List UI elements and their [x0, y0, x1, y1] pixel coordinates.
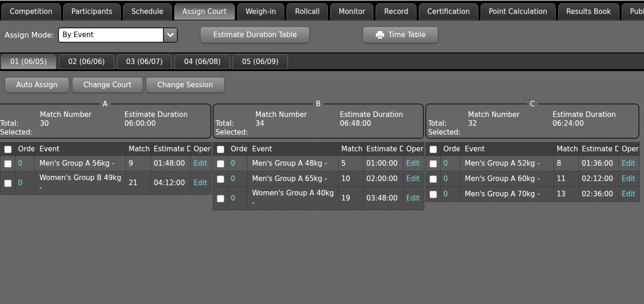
event-column-header: Event — [460, 142, 554, 156]
select-all-checkbox[interactable] — [429, 146, 437, 153]
select-all-checkbox[interactable] — [217, 146, 224, 153]
order-cell: 0 — [228, 156, 247, 171]
order-cell: 0 — [15, 156, 35, 171]
date-tab-02[interactable]: 02 (06/06) — [59, 54, 114, 69]
estimate-duration-label: Estimate Duration — [553, 110, 638, 119]
match-cell: 13 — [554, 187, 579, 202]
order-cell: 0 — [228, 187, 247, 210]
match-number-summary: Match Number 32 — [468, 110, 553, 137]
match-number-total: 30 — [40, 119, 124, 128]
order-cell: 0 — [441, 187, 460, 202]
match-cell: 5 — [338, 156, 364, 171]
event-column-header: Event — [247, 142, 338, 156]
edit-link[interactable]: Edit — [406, 175, 420, 183]
select-all-checkbox[interactable] — [4, 146, 12, 153]
toolbar: Assign Mode: By Event Estimate Duration … — [5, 26, 644, 43]
tab-assign-court[interactable]: Assign Court — [174, 3, 235, 20]
match-cell: 11 — [554, 171, 579, 187]
match-number-total: 34 — [255, 119, 340, 128]
chevron-down-icon[interactable] — [163, 28, 177, 42]
court-a-summary: A Total: Selected: Match Number 30 Estim… — [0, 103, 211, 139]
match-column-header: Match Number — [126, 142, 151, 156]
estimate-cell: 02:36:00 — [579, 187, 619, 202]
match-number-summary: Match Number 30 — [40, 110, 124, 137]
tab-record[interactable]: Record — [376, 3, 416, 20]
event-cell: Men's Group A 65kg - — [247, 171, 338, 187]
total-label: Total: — [428, 119, 468, 128]
event-cell: Men's Group A 48kg - — [247, 156, 338, 171]
tab-rollcall[interactable]: Rollcall — [286, 3, 328, 20]
table-row: 0 Women's Group A 40kg - 19 03:48:00 Edi… — [213, 187, 424, 210]
tab-participants[interactable]: Participants — [63, 3, 121, 20]
estimate-column-header: Estimate Duration — [579, 142, 619, 156]
estimate-duration-summary: Estimate Duration 06:48:00 — [340, 110, 423, 137]
courts-container: A Total: Selected: Match Number 30 Estim… — [0, 103, 644, 210]
edit-link[interactable]: Edit — [194, 159, 207, 168]
court-c-summary: C Total: Selected: Match Number 32 Estim… — [425, 103, 639, 139]
row-checkbox[interactable] — [217, 160, 224, 168]
session-date-tab-bar: 01 (06/05) 02 (06/06) 03 (06/07) 04 (06/… — [0, 52, 644, 71]
court-c-table: Order Event Match Number Estimate Durati… — [425, 142, 640, 202]
tab-schedule[interactable]: Schedule — [123, 3, 172, 20]
estimate-cell: 01:36:00 — [579, 156, 619, 171]
actions-row: Auto Assign Change Court Change Session — [5, 77, 644, 93]
date-tab-01[interactable]: 01 (06/05) — [1, 54, 56, 69]
row-checkbox[interactable] — [429, 160, 437, 168]
match-column-header: Match Number — [338, 142, 364, 156]
estimate-cell: 04:12:00 — [151, 171, 191, 195]
main-tab-bar: Competition Participants Schedule Assign… — [0, 0, 644, 20]
assign-mode-label: Assign Mode: — [5, 31, 54, 39]
match-number-summary: Match Number 34 — [255, 110, 340, 137]
oper-column-header: Operation — [191, 142, 212, 156]
assign-mode-select[interactable]: By Event — [58, 27, 178, 43]
change-court-button[interactable]: Change Court — [72, 77, 143, 93]
date-tab-05[interactable]: 05 (06/09) — [233, 54, 288, 69]
tab-weigh-in[interactable]: Weigh-in — [237, 3, 284, 20]
edit-link[interactable]: Edit — [622, 175, 635, 183]
time-table-button[interactable]: Time Table — [363, 26, 438, 43]
table-row: 0 Men's Group A 70kg - 13 02:36:00 Edit — [426, 187, 640, 202]
estimate-duration-label: Estimate Duration — [124, 110, 210, 119]
edit-link[interactable]: Edit — [194, 179, 207, 187]
edit-link[interactable]: Edit — [622, 159, 635, 168]
estimate-duration-total: 06:24:00 — [553, 119, 638, 128]
edit-link[interactable]: Edit — [406, 159, 420, 168]
table-row: 0 Women's Group B 49kg - 21 04:12:00 Edi… — [0, 171, 212, 195]
oper-column-header: Operation — [619, 142, 640, 156]
court-a-table: Order Event Match Number Estimate Durati… — [0, 142, 212, 195]
selected-label: Selected: — [215, 128, 255, 137]
row-checkbox[interactable] — [429, 175, 437, 183]
tab-certification[interactable]: Certification — [419, 3, 478, 20]
row-checkbox[interactable] — [217, 175, 224, 183]
auto-assign-button[interactable]: Auto Assign — [5, 77, 69, 93]
row-checkbox[interactable] — [4, 180, 12, 187]
court-panel-c: C Total: Selected: Match Number 32 Estim… — [425, 103, 639, 210]
tab-competition[interactable]: Competition — [1, 3, 61, 20]
edit-link[interactable]: Edit — [406, 194, 420, 202]
row-checkbox[interactable] — [217, 195, 224, 202]
estimate-duration-table-button[interactable]: Estimate Duration Table — [200, 26, 310, 43]
date-tab-03[interactable]: 03 (06/07) — [117, 54, 172, 69]
tab-point-calculation[interactable]: Point Calculation — [481, 3, 556, 20]
date-tab-04[interactable]: 04 (06/08) — [175, 54, 230, 69]
tab-results-book[interactable]: Results Book — [558, 3, 619, 20]
match-column-header: Match Number — [554, 142, 579, 156]
event-cell: Women's Group B 49kg - — [35, 171, 126, 195]
court-name: C — [527, 99, 538, 109]
tab-publication[interactable]: Publication — [622, 3, 644, 20]
estimate-cell: 01:00:00 — [364, 156, 403, 171]
order-cell: 0 — [228, 171, 247, 187]
order-cell: 0 — [441, 156, 460, 171]
total-label: Total: — [0, 119, 40, 128]
tab-monitor[interactable]: Monitor — [330, 3, 373, 20]
court-name: A — [99, 99, 111, 109]
change-session-button[interactable]: Change Session — [146, 77, 224, 93]
court-panel-b: B Total: Selected: Match Number 34 Estim… — [213, 103, 424, 210]
match-cell: 10 — [338, 171, 364, 187]
edit-link[interactable]: Edit — [622, 190, 635, 198]
court-panel-a: A Total: Selected: Match Number 30 Estim… — [0, 103, 211, 210]
row-checkbox[interactable] — [4, 160, 12, 168]
row-checkbox[interactable] — [429, 191, 437, 198]
estimate-cell: 02:12:00 — [579, 171, 619, 187]
order-column-header: Order — [228, 142, 247, 156]
